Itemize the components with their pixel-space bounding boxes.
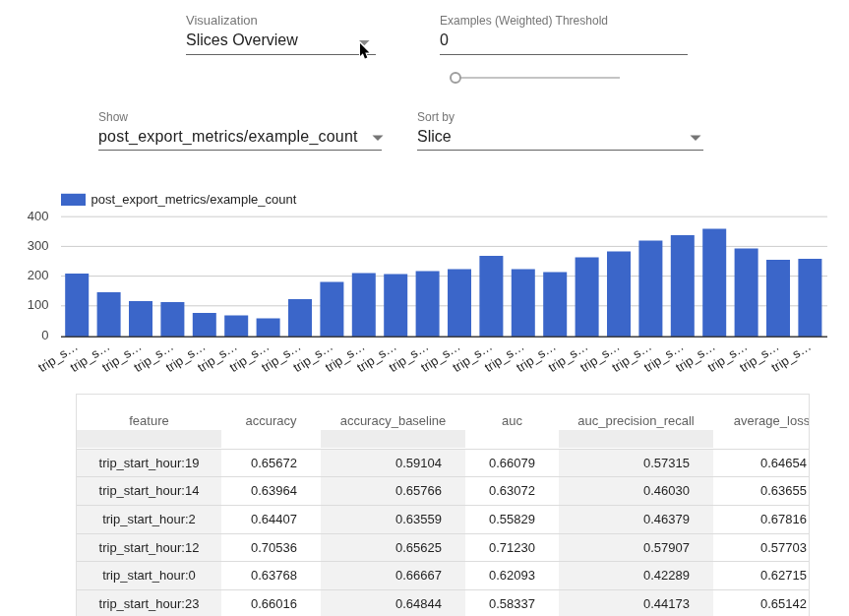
svg-text:400: 400 [28, 209, 49, 223]
svg-text:post_export_metrics/example_co: post_export_metrics/example_count [91, 192, 297, 207]
svg-text:0: 0 [41, 328, 48, 342]
svg-text:200: 200 [28, 268, 49, 282]
svg-text:300: 300 [28, 238, 49, 253]
svg-text:100: 100 [28, 297, 49, 312]
